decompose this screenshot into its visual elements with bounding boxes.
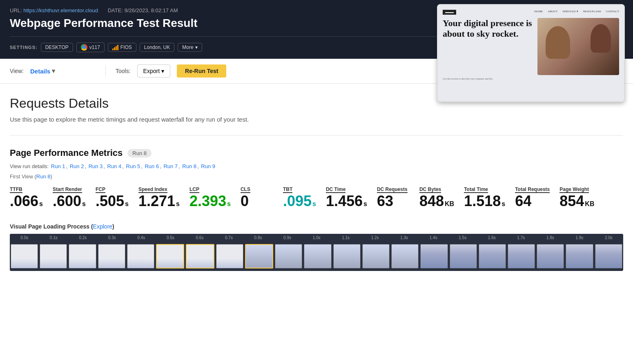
metric-item: Speed Index 1.271 s: [138, 185, 180, 209]
thumbnail-frame: [275, 244, 302, 269]
view-value: Details: [30, 68, 50, 75]
timeline-ruler: 0.0s0.1s0.2s0.3s0.4s0.5s0.6s0.7s0.8s0.9s…: [10, 234, 623, 242]
chrome-icon: [81, 44, 87, 51]
view-select[interactable]: Details ▾: [30, 67, 96, 75]
metric-value: 1.456: [326, 194, 363, 209]
timeline-tick: 0.3s: [98, 235, 127, 240]
timeline-tick: 2.0s: [594, 235, 623, 240]
thumbnail-frame: [69, 244, 96, 269]
browser-badge: v117: [76, 42, 105, 52]
thumbnail-frame: [420, 244, 448, 269]
timeline-tick: 0.5s: [156, 235, 185, 240]
timeline-tick: 1.4s: [419, 235, 448, 240]
thumbnail-frame: [40, 244, 67, 269]
metric-label: CLS: [241, 186, 250, 193]
metric-label: TBT: [283, 186, 292, 193]
run-link-5[interactable]: Run 5: [126, 163, 140, 169]
chevron-down-icon: ▾: [161, 68, 164, 74]
main-content: Requests Details Use this page to explor…: [0, 84, 633, 283]
thumbnail-frame: [595, 244, 622, 269]
metric-unit: KB: [445, 200, 454, 208]
run-link-8[interactable]: Run 8: [182, 163, 196, 169]
metric-unit: s: [227, 200, 231, 208]
preview-headline: Your digital presence is about to sky ro…: [443, 18, 533, 75]
preview-image: [537, 18, 619, 75]
tools-label: Tools:: [116, 68, 131, 74]
metric-value: 2.393: [189, 194, 226, 209]
vpl-header: Visual Page Loading Process (Explore): [10, 223, 623, 230]
thumbnail-frame: [479, 244, 506, 269]
thumbnail-frame: [537, 244, 564, 269]
run-link-6[interactable]: Run 6: [145, 163, 159, 169]
run-link-1[interactable]: Run 1: [51, 163, 65, 169]
rerun-button[interactable]: Re-Run Test: [177, 64, 226, 78]
thumbnail-frame: [304, 244, 331, 269]
thumbnail-frame: [362, 244, 390, 269]
location-label: London, UK: [144, 44, 170, 50]
thumbnail-frame: [127, 244, 154, 269]
vpl-explore-link[interactable]: Explore: [93, 223, 112, 230]
metric-value: .505: [96, 194, 124, 209]
run-link-9[interactable]: Run 9: [201, 163, 215, 169]
toolbar-divider: [105, 65, 106, 77]
metric-item: DC Requests 63: [377, 185, 410, 209]
metric-label: Total Time: [464, 186, 488, 193]
metric-value: 1.518: [464, 194, 501, 209]
thumbnail-frame: [333, 244, 361, 269]
desktop-badge: DESKTOP: [41, 43, 73, 52]
timeline-tick: 0.8s: [243, 235, 273, 240]
desktop-label: DESKTOP: [45, 44, 69, 50]
run-link-7[interactable]: Run 7: [163, 163, 178, 169]
metric-label: Start Render: [53, 186, 82, 193]
metrics-header: Page Performance Metrics Run 8: [10, 148, 623, 158]
export-button[interactable]: Export ▾: [137, 64, 170, 78]
metric-value: 1.271: [138, 194, 175, 209]
timeline-tick: 0.1s: [39, 235, 69, 240]
url-label: URL:: [10, 7, 22, 13]
metric-item: Page Weight 854 KB: [559, 185, 594, 209]
chevron-down-icon: ▾: [195, 44, 198, 50]
preview-footer: Use this section to describe your compan…: [443, 78, 619, 80]
metric-label: DC Bytes: [419, 186, 441, 193]
metric-value: .066: [10, 194, 38, 209]
network-badge: FIOS: [108, 43, 136, 52]
run-link-2[interactable]: Run 2: [70, 163, 84, 169]
metric-label: DC Time: [326, 186, 345, 193]
metric-item: TBT .095 s: [283, 185, 316, 209]
timeline-tick: 0.7s: [214, 235, 244, 240]
timeline-container: 0.0s0.1s0.2s0.3s0.4s0.5s0.6s0.7s0.8s0.9s…: [10, 234, 623, 271]
thumbnail-frame: [11, 244, 38, 269]
metric-value: 0: [241, 194, 249, 209]
timeline-tick: 1.0s: [302, 235, 331, 240]
timeline-tick: 1.8s: [536, 235, 565, 240]
thumbnail-frame: [216, 244, 243, 269]
metric-item: FCP .505 s: [96, 185, 129, 209]
thumbnail-frame: [566, 244, 593, 269]
more-button[interactable]: More ▾: [178, 43, 202, 52]
thumbnail-frame: [508, 244, 535, 269]
thumbnail-frame: [98, 244, 125, 269]
first-view-label: First View (Run 8): [10, 173, 623, 180]
metric-unit: s: [176, 200, 180, 208]
metric-label: FCP: [96, 186, 105, 193]
preview-thumbnail: ▬▬▬ HOMEABOUTSERVICES ▾NEWS/FLASHCONTACT…: [437, 4, 625, 102]
thumbnail-frame: [156, 244, 184, 269]
metric-value: 63: [377, 194, 393, 209]
run-link-3[interactable]: Run 3: [89, 163, 103, 169]
metric-item: DC Bytes 848 KB: [419, 185, 454, 209]
thumbnail-frame: [186, 244, 214, 269]
first-view-run: Run 8: [36, 173, 51, 180]
url-link[interactable]: https://kshthuvr.elementor.cloud: [23, 7, 98, 13]
metric-unit: s: [125, 200, 129, 208]
metric-unit: s: [363, 200, 367, 208]
thumbnail-frame: [450, 244, 477, 269]
view-label: View:: [10, 68, 24, 74]
run-link-4[interactable]: Run 4: [107, 163, 122, 169]
run-badge: Run 8: [127, 149, 152, 158]
metric-item: Total Time 1.518 s: [464, 185, 505, 209]
metric-unit: s: [82, 200, 86, 208]
run-links: View run details: Run 1, Run 2, Run 3, R…: [10, 163, 623, 169]
chevron-down-icon: ▾: [52, 67, 55, 75]
thumbnail-frame: [391, 244, 419, 269]
network-label: FIOS: [120, 44, 132, 50]
